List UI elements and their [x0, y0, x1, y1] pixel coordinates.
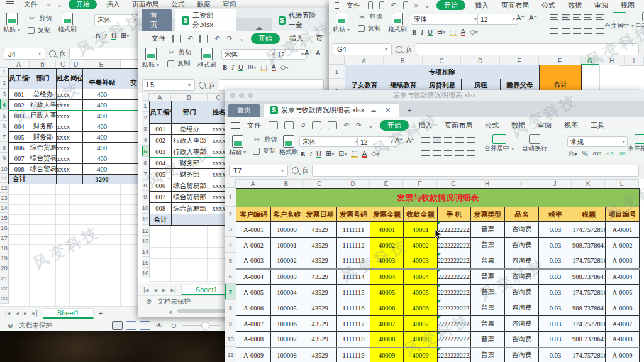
row-header-17[interactable]: 17 — [0, 233, 8, 243]
cell[interactable] — [70, 100, 83, 111]
next-sheet-icon[interactable]: ▸ — [162, 286, 166, 294]
cell[interactable]: 174.7572816 — [572, 253, 606, 269]
menu-file[interactable]: 文件 — [18, 0, 43, 9]
cell[interactable]: xxxx — [57, 121, 70, 132]
row-header-13[interactable]: 13 — [0, 193, 8, 203]
row-header-15[interactable]: 15 — [142, 257, 149, 268]
merge-center-button[interactable]: 合并居中▾ — [604, 12, 634, 30]
menu-page-clipped[interactable]: 页 — [310, 34, 328, 43]
borders-button[interactable]: ⊞▾ — [326, 150, 334, 158]
cell[interactable] — [70, 111, 83, 121]
cell[interactable]: 综合贸易部 — [172, 203, 208, 214]
cell[interactable]: 咨询费 — [505, 348, 539, 362]
total-label-cell[interactable]: 合计 — [9, 175, 30, 184]
tab-home[interactable]: 首页 — [228, 104, 260, 117]
chevron-down-icon[interactable]: ⌄ — [236, 35, 247, 43]
row-header-8[interactable]: 8 — [225, 300, 236, 315]
cell[interactable]: 1111113 — [337, 253, 370, 269]
grow-font-button[interactable]: A⁺ — [516, 14, 525, 22]
col-header-position[interactable]: 岗位 — [70, 69, 83, 89]
grow-font-button[interactable]: A⁺ — [304, 49, 313, 57]
cell[interactable]: 普票 — [471, 348, 505, 362]
cell[interactable]: 100004 — [271, 285, 303, 300]
cell[interactable]: 咨询费 — [505, 316, 539, 332]
formula-input[interactable] — [312, 165, 639, 177]
menu-file[interactable]: 文件 — [243, 121, 265, 130]
cell[interactable]: 咨询费 — [505, 269, 539, 285]
open-icon[interactable] — [269, 121, 278, 129]
prev-sheet-icon[interactable]: ◂ — [153, 286, 157, 294]
cell[interactable]: 普票 — [471, 238, 505, 253]
wrap-text-button[interactable]: 自动换行 — [635, 12, 644, 30]
cell[interactable]: 400 — [83, 164, 121, 175]
cell[interactable]: 总经办 — [172, 124, 208, 135]
shrink-font-button[interactable]: A⁻ — [406, 136, 414, 145]
tab-home-ribbon[interactable]: 开始 — [380, 120, 409, 131]
cell[interactable]: 普票 — [471, 253, 505, 269]
cell[interactable]: 007 — [150, 192, 172, 203]
font-family-select[interactable]: 宋体▾ — [94, 14, 140, 25]
cell[interactable]: 2222222222222 — [438, 332, 471, 348]
cell[interactable]: 174.7572816 — [572, 348, 606, 362]
cell[interactable] — [70, 164, 83, 175]
cell[interactable]: 40009 — [370, 348, 404, 362]
menu-page-layout[interactable]: 页面布局 — [126, 0, 164, 9]
preview-icon[interactable] — [207, 35, 208, 43]
cell[interactable]: 43529 — [303, 300, 337, 316]
cell[interactable]: A-0005 — [606, 285, 640, 300]
paste-button[interactable]: 粘贴▾ — [229, 135, 246, 156]
decrease-indent-icon[interactable] — [584, 14, 592, 21]
column-header-A[interactable]: A — [236, 180, 270, 189]
shrink-font-button[interactable]: A⁻ — [529, 14, 537, 22]
column-title-9[interactable]: 税率 — [539, 207, 572, 222]
cell[interactable]: 行政人事部 — [172, 146, 208, 158]
row-header-1[interactable]: 1 — [329, 65, 345, 79]
row-header-9[interactable]: 9 — [225, 315, 236, 331]
row-header-4[interactable]: 4 — [0, 99, 8, 110]
tab-document-salary[interactable]: S 工资部分.xlsx — [175, 9, 236, 31]
cell[interactable]: 普票 — [471, 222, 505, 238]
cell[interactable]: 43529 — [303, 269, 337, 285]
cell[interactable]: 40006 — [370, 300, 404, 316]
format-painter-button[interactable]: 格式刷 — [58, 13, 77, 34]
column-header-I[interactable]: I — [625, 57, 644, 65]
cell[interactable]: 2222222222222 — [438, 269, 471, 285]
copy-button[interactable]: 复制 — [252, 146, 277, 155]
cell[interactable]: 100000 — [271, 222, 303, 238]
cell[interactable]: A-0008 — [606, 332, 640, 348]
eraser-button[interactable]: ◇▾ — [371, 150, 379, 158]
cell[interactable]: xxxx — [57, 153, 70, 164]
total-label-cell[interactable]: 合计 — [150, 214, 172, 226]
menu-insert[interactable]: 插入 — [413, 121, 438, 130]
borders-button[interactable]: ⊞▾ — [248, 63, 256, 71]
cell[interactable]: 普票 — [471, 300, 505, 316]
cell[interactable]: 普票 — [471, 269, 505, 285]
column-header-J[interactable]: J — [538, 180, 572, 189]
save-icon[interactable] — [284, 121, 294, 129]
cut-button[interactable]: ✂剪切 — [166, 48, 191, 57]
cell[interactable]: xxxx — [57, 111, 70, 121]
cell[interactable]: 普票 — [471, 316, 505, 332]
cell[interactable] — [70, 143, 83, 153]
format-painter-button[interactable]: 格式刷 — [388, 13, 407, 34]
col-header-employee-id[interactable]: 员工编号 — [150, 101, 172, 124]
font-size-select[interactable]: 12▾ — [357, 136, 396, 147]
cell[interactable]: 007 — [9, 153, 30, 164]
select-all-corner[interactable] — [329, 57, 345, 65]
bold-button[interactable]: B — [412, 28, 416, 36]
fill-color-button[interactable]: ⬚ — [450, 28, 456, 36]
menu-view[interactable]: 视图 — [558, 121, 584, 130]
cell[interactable]: 综合贸易部 — [30, 164, 57, 175]
cell[interactable]: 1111118 — [337, 332, 370, 348]
column-title-11[interactable]: 项目编号 — [606, 207, 640, 222]
cut-button[interactable]: ✂剪切 — [357, 13, 382, 21]
cell[interactable]: 40001 — [370, 222, 404, 238]
cell[interactable]: 财务部 — [30, 121, 57, 132]
undo-icon[interactable]: ↶ — [212, 35, 223, 43]
cell[interactable]: 40009 — [404, 348, 438, 362]
cell[interactable]: xxxx — [57, 89, 70, 100]
cell[interactable]: 0.03 — [539, 300, 572, 316]
cell[interactable]: 咨询费 — [505, 222, 539, 238]
bold-button[interactable]: B — [96, 32, 100, 40]
cell[interactable]: A-0004 — [236, 269, 271, 285]
